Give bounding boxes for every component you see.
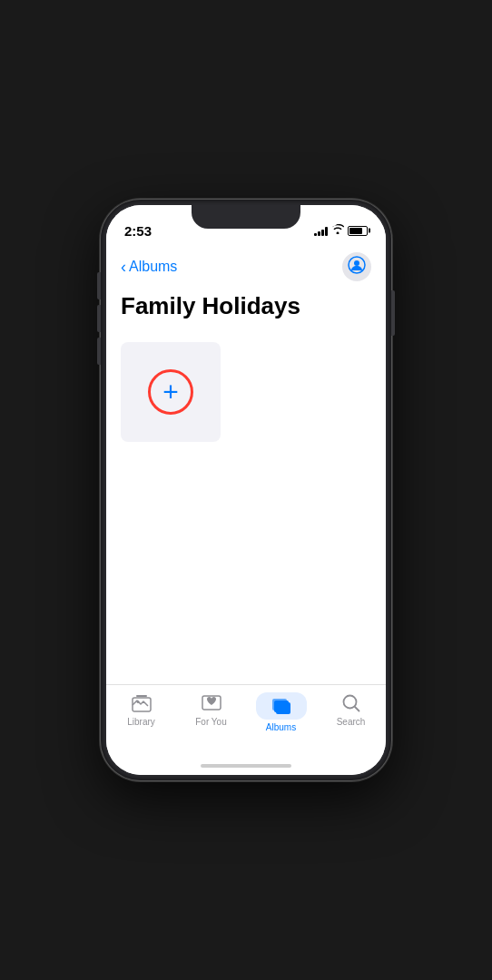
status-bar: 2:53 <box>106 205 386 245</box>
tab-library-label: Library <box>127 717 155 727</box>
tab-bar: Library For You <box>106 684 386 757</box>
plus-icon: + <box>162 378 179 406</box>
people-circle-icon <box>348 256 366 278</box>
back-chevron-icon: ‹ <box>121 259 126 275</box>
tab-albums-active-bg <box>256 692 307 720</box>
svg-rect-8 <box>276 702 290 714</box>
share-button[interactable] <box>342 252 371 281</box>
page-title: Family Holidays <box>121 292 371 320</box>
phone-screen: 2:53 <box>106 205 386 775</box>
add-photos-button[interactable]: + <box>121 342 221 442</box>
heart-icon <box>199 692 224 714</box>
notch <box>192 205 300 229</box>
nav-bar: ‹ Albums <box>106 245 386 289</box>
tab-search[interactable]: Search <box>324 692 379 727</box>
add-circle-icon: + <box>148 369 193 415</box>
page-title-area: Family Holidays <box>106 289 386 331</box>
albums-icon <box>271 696 292 716</box>
svg-rect-4 <box>136 695 147 697</box>
svg-point-1 <box>354 260 359 266</box>
phone-frame: 2:53 <box>101 200 391 780</box>
tab-for-you[interactable]: For You <box>184 692 239 727</box>
svg-point-3 <box>136 701 139 703</box>
status-icons <box>314 224 368 237</box>
home-bar <box>201 764 291 768</box>
tab-search-label: Search <box>337 717 366 727</box>
tab-for-you-label: For You <box>195 717 226 727</box>
home-indicator <box>106 757 386 775</box>
content-area: + <box>106 331 386 684</box>
back-label: Albums <box>129 259 177 275</box>
svg-rect-2 <box>133 698 151 711</box>
signal-bars-icon <box>314 225 328 236</box>
library-icon <box>129 692 154 714</box>
battery-icon <box>348 226 368 236</box>
search-icon <box>339 692 364 714</box>
tab-library[interactable]: Library <box>114 692 169 727</box>
wifi-icon <box>331 224 344 237</box>
tab-albums[interactable]: Albums <box>254 692 309 732</box>
tab-albums-label: Albums <box>266 722 296 732</box>
back-button[interactable]: ‹ Albums <box>121 259 177 275</box>
status-time: 2:53 <box>124 223 152 239</box>
